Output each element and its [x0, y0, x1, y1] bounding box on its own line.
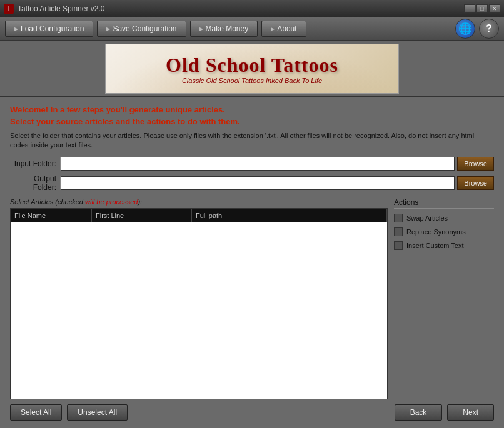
articles-header-label: Select Articles (checked will be process…: [10, 198, 388, 206]
toolbar: Load Configuration Save Configuration Ma…: [0, 17, 504, 41]
output-folder-browse-button[interactable]: Browse: [457, 176, 494, 190]
select-buttons: Select All Unselect All: [10, 404, 128, 421]
load-config-button[interactable]: Load Configuration: [5, 21, 93, 37]
output-folder-label: Output Folder:: [10, 174, 60, 192]
window-controls[interactable]: – □ ✕: [464, 4, 500, 13]
insert-custom-text-label: Insert Custom Text: [406, 242, 464, 249]
action-swap-articles: Swap Articles: [394, 214, 494, 222]
welcome-description: Select the folder that contains your art…: [10, 131, 494, 151]
output-folder-field[interactable]: [60, 176, 455, 190]
toolbar-right: 🌐 ?: [455, 19, 499, 39]
nav-buttons: Back Next: [395, 404, 494, 421]
swap-articles-checkbox[interactable]: [394, 214, 403, 222]
articles-table-header: File Name First Line Full path: [11, 209, 387, 222]
action-insert-custom-text: Insert Custom Text: [394, 241, 494, 250]
input-folder-label: Input Folder:: [10, 159, 60, 168]
back-button[interactable]: Back: [395, 404, 443, 421]
articles-header-highlight: will be processed: [85, 198, 138, 206]
unselect-all-button[interactable]: Unselect All: [67, 404, 128, 421]
replace-synonyms-checkbox[interactable]: [394, 227, 403, 236]
welcome-line1-highlight: In a few steps you'll generate unique ar…: [51, 105, 225, 114]
col-file-name: File Name: [11, 209, 92, 222]
title-text: Tattoo Article Spinner v2.0: [18, 4, 464, 13]
save-config-button[interactable]: Save Configuration: [97, 21, 186, 37]
action-replace-synonyms: Replace Synonyms: [394, 227, 494, 236]
about-button[interactable]: About: [261, 21, 306, 37]
welcome-line1-static: Welcome!: [10, 105, 51, 114]
welcome-title: Welcome! In a few steps you'll generate …: [10, 105, 494, 114]
articles-table: File Name First Line Full path: [10, 208, 388, 399]
maximize-button[interactable]: □: [476, 4, 488, 13]
col-first-line: First Line: [92, 209, 192, 222]
bottom-controls: Select All Unselect All Back Next: [10, 404, 494, 421]
insert-custom-text-checkbox[interactable]: [394, 241, 403, 250]
close-button[interactable]: ✕: [489, 4, 500, 13]
input-folder-field[interactable]: [60, 157, 455, 171]
banner-title: Old School Tattoos: [166, 54, 338, 77]
app-icon: T: [4, 4, 14, 14]
title-bar: T Tattoo Article Spinner v2.0 – □ ✕: [0, 0, 504, 17]
next-button[interactable]: Next: [447, 404, 494, 421]
main-content: Welcome! In a few steps you'll generate …: [0, 97, 504, 428]
replace-synonyms-label: Replace Synonyms: [406, 228, 466, 236]
swap-articles-label: Swap Articles: [406, 214, 448, 222]
minimize-button[interactable]: –: [464, 4, 475, 13]
globe-icon-button[interactable]: 🌐: [455, 19, 475, 39]
input-folder-row: Input Folder: Browse: [10, 157, 494, 171]
banner-subtitle: Classic Old School Tattoos Inked Back To…: [182, 77, 322, 84]
input-folder-browse-button[interactable]: Browse: [457, 157, 494, 171]
banner-inner: Old School Tattoos Classic Old School Ta…: [105, 44, 399, 94]
output-folder-row: Output Folder: Browse: [10, 174, 494, 192]
articles-table-body[interactable]: [11, 222, 387, 399]
articles-list: Select Articles (checked will be process…: [10, 198, 388, 399]
banner: Old School Tattoos Classic Old School Ta…: [0, 41, 504, 97]
select-all-button[interactable]: Select All: [10, 404, 62, 421]
actions-panel: Actions Swap Articles Replace Synonyms I…: [394, 198, 494, 399]
welcome-subtitle: Select your source articles and the acti…: [10, 117, 494, 126]
articles-section: Select Articles (checked will be process…: [10, 198, 494, 399]
help-icon-button[interactable]: ?: [479, 19, 499, 39]
actions-label: Actions: [394, 198, 494, 209]
make-money-button[interactable]: Make Money: [190, 21, 258, 37]
col-full-path: Full path: [192, 209, 387, 222]
welcome-subtitle-text: Select your source articles and the acti…: [10, 117, 240, 126]
